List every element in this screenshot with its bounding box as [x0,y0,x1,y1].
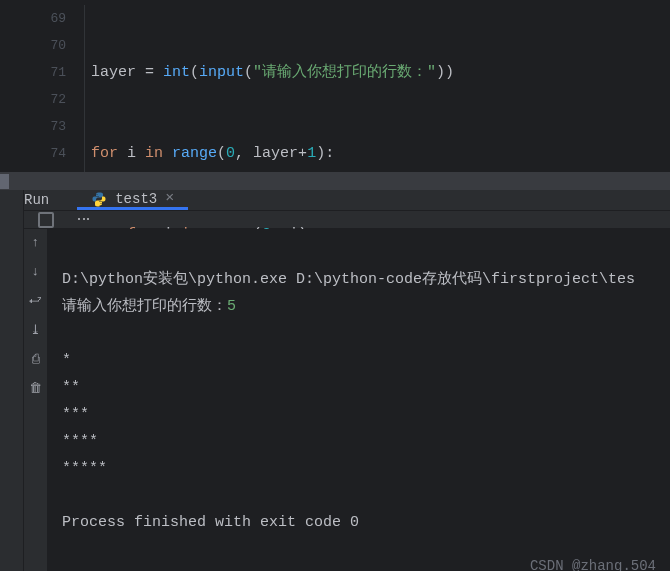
code-line[interactable]: for i in range(0, layer+1): [91,140,670,167]
print-icon[interactable]: ⎙ [32,352,40,367]
up-icon[interactable]: ↑ [32,235,40,250]
trash-icon[interactable]: 🗑 [29,381,42,396]
code-area[interactable]: layer = int(input("请输入你想打印的行数：")) for i … [84,5,670,172]
line-number: 72 [24,86,66,113]
run-side-toolbar: ↑ ↓ ⮐ ⤓ ⎙ 🗑 [24,229,48,571]
line-gutter: 69 70 71 72 73 74 [24,5,84,172]
stop-icon[interactable] [38,212,54,228]
line-number: 70 [24,32,66,59]
code-editor[interactable]: 69 70 71 72 73 74 layer = int(input("请输入… [24,0,670,172]
line-number: 69 [24,5,66,32]
console-line: * [62,352,71,369]
console-line: ***** [62,460,107,477]
console-output[interactable]: D:\python安装包\python.exe D:\python-code存放… [48,229,670,571]
toolwindow-stripe[interactable] [0,190,24,571]
console-line: Process finished with exit code 0 [62,514,359,531]
line-number: 71 [24,59,66,86]
down-icon[interactable]: ↓ [32,264,40,279]
more-icon[interactable]: ⋮ [75,212,92,227]
watermark: CSDN @zhang.504 [530,553,656,571]
run-panel: Run test3 × ⋮ ↑ ↓ ⮐ ⤓ ⎙ 🗑 D:\python安装包\p… [0,190,670,571]
code-line[interactable]: layer = int(input("请输入你想打印的行数：")) [91,59,670,86]
line-number: 74 [24,140,66,167]
run-label: Run [24,192,49,208]
soft-wrap-icon[interactable]: ⮐ [29,293,42,308]
console-line: *** [62,406,89,423]
console-line: D:\python安装包\python.exe D:\python-code存放… [62,271,635,288]
scroll-down-icon[interactable]: ⤓ [30,322,41,338]
console-line: ** [62,379,80,396]
console-line: 请输入你想打印的行数：5 [62,298,236,315]
console-line: **** [62,433,98,450]
line-number: 73 [24,113,66,140]
sidebar-marker [0,174,9,189]
